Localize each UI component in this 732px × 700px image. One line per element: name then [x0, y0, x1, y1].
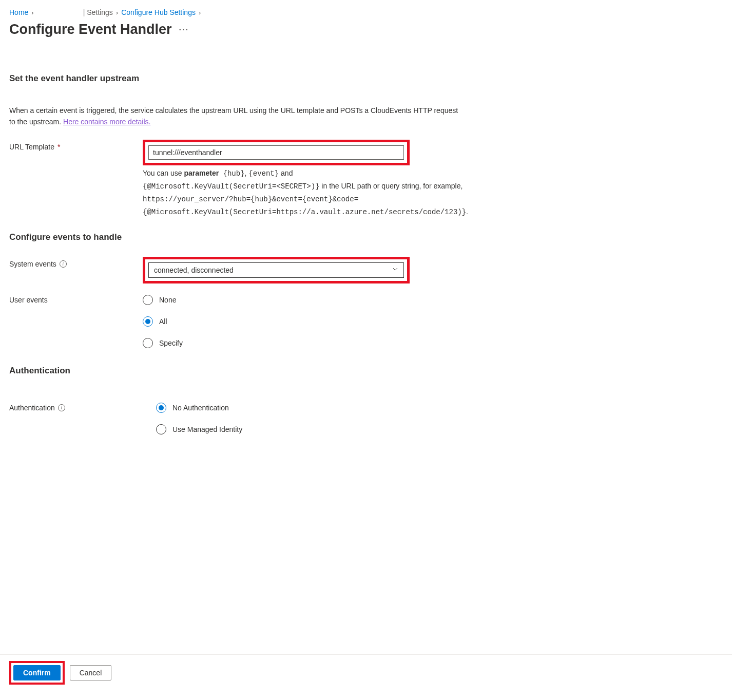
chevron-right-icon: ›: [116, 9, 118, 16]
auth-radio-group: No Authentication Use Managed Identity: [156, 401, 538, 434]
auth-radio-none[interactable]: No Authentication: [156, 403, 538, 413]
breadcrumb: Home › | Settings › Configure Hub Settin…: [9, 8, 723, 16]
radio-icon: [143, 295, 153, 305]
page-title-text: Configure Event Handler: [9, 22, 172, 37]
info-icon[interactable]: i: [60, 260, 67, 268]
system-events-row: System events i connected, disconnected: [9, 257, 723, 283]
url-template-row: URL Template * You can use parameter {hu…: [9, 140, 723, 218]
radio-label-mid: Use Managed Identity: [172, 425, 242, 433]
upstream-heading: Set the event handler upstream: [9, 73, 723, 84]
page-title: Configure Event Handler ···: [9, 22, 723, 37]
url-template-helper: You can use parameter {hub}, {event} and…: [143, 167, 533, 218]
chevron-right-icon: ›: [31, 9, 33, 16]
url-template-highlight: [143, 140, 410, 165]
radio-label-noauth: No Authentication: [172, 404, 229, 412]
radio-icon-checked: [156, 403, 166, 413]
required-asterisk: *: [57, 143, 60, 151]
system-events-label-text: System events: [9, 260, 56, 268]
auth-control: No Authentication Use Managed Identity: [143, 401, 538, 434]
more-actions-icon[interactable]: ···: [179, 25, 189, 34]
url-template-input[interactable]: [148, 145, 404, 160]
breadcrumb-configure-hub[interactable]: Configure Hub Settings: [121, 8, 196, 16]
radio-label-specify: Specify: [159, 339, 183, 347]
user-events-radio-group: None All Specify: [143, 293, 538, 348]
user-events-radio-specify[interactable]: Specify: [143, 338, 538, 348]
system-events-label: System events i: [9, 257, 143, 268]
chevron-right-icon: ›: [199, 9, 201, 16]
breadcrumb-home[interactable]: Home: [9, 8, 28, 16]
system-events-highlight: connected, disconnected: [143, 257, 410, 283]
url-template-control: You can use parameter {hub}, {event} and…: [143, 140, 538, 218]
chevron-down-icon: [392, 266, 398, 274]
user-events-label: User events: [9, 293, 143, 304]
upstream-description: When a certain event is triggered, the s…: [9, 105, 461, 127]
radio-icon: [156, 424, 166, 434]
radio-label-all: All: [159, 317, 167, 326]
radio-icon: [143, 338, 153, 348]
radio-label-none: None: [159, 296, 176, 304]
auth-row: Authentication i No Authentication Use M…: [9, 401, 723, 434]
system-events-dropdown[interactable]: connected, disconnected: [148, 262, 404, 278]
auth-label-text: Authentication: [9, 404, 55, 412]
system-events-control: connected, disconnected: [143, 257, 538, 283]
auth-heading: Authentication: [9, 366, 723, 376]
url-template-label: URL Template *: [9, 140, 143, 151]
user-events-radio-none[interactable]: None: [143, 295, 538, 305]
user-events-radio-all[interactable]: All: [143, 316, 538, 327]
breadcrumb-settings[interactable]: | Settings: [83, 8, 113, 16]
user-events-control: None All Specify: [143, 293, 538, 348]
url-template-label-text: URL Template: [9, 143, 54, 151]
user-events-row: User events None All Specify: [9, 293, 723, 348]
auth-label: Authentication i: [9, 401, 143, 412]
auth-radio-mid[interactable]: Use Managed Identity: [156, 424, 538, 434]
radio-icon-checked: [143, 316, 153, 327]
system-events-value: connected, disconnected: [154, 266, 234, 274]
events-heading: Configure events to handle: [9, 232, 723, 242]
info-icon[interactable]: i: [58, 404, 65, 411]
upstream-details-link[interactable]: Here contains more details.: [63, 118, 150, 126]
